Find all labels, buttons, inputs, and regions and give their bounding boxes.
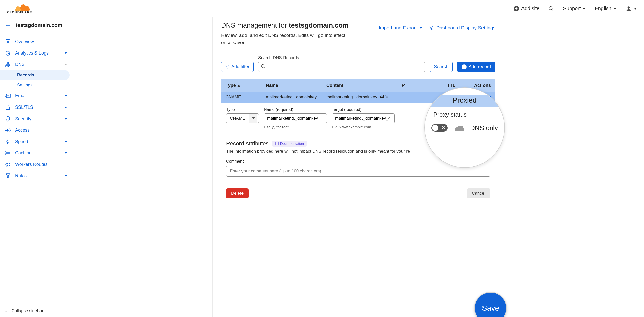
sidebar-item-rules[interactable]: Rules — [0, 170, 72, 181]
svg-point-3 — [628, 6, 630, 9]
divider — [226, 182, 490, 182]
chevron-down-icon — [65, 52, 67, 54]
target-field-label: Target (required) — [332, 107, 395, 112]
chevron-down-icon — [65, 141, 67, 143]
user-icon — [625, 5, 632, 12]
sidebar-label: Analytics & Logs — [15, 50, 49, 56]
sidebar-item-overview[interactable]: Overview — [0, 36, 72, 47]
sidebar-item-workers[interactable]: Workers Routes — [0, 159, 72, 170]
display-settings-link[interactable]: Dashboard Display Settings — [429, 25, 495, 31]
add-record-button[interactable]: + Add record — [457, 62, 495, 72]
sidebar-label: Email — [15, 93, 26, 98]
comment-input[interactable] — [226, 166, 490, 177]
sidebar-item-security[interactable]: Security — [0, 113, 72, 125]
target-input[interactable] — [332, 113, 395, 123]
sidebar-item-speed[interactable]: Speed — [0, 136, 72, 147]
pie-icon — [5, 51, 11, 56]
sidebar-item-access[interactable]: Access — [0, 125, 72, 136]
svg-line-26 — [264, 67, 265, 68]
import-export-dropdown[interactable]: Import and Export — [379, 25, 422, 31]
type-value: CNAME — [226, 116, 249, 121]
bolt-icon — [5, 139, 11, 144]
svg-rect-18 — [6, 151, 10, 152]
funnel-icon — [5, 173, 11, 178]
sidebar-label: DNS — [15, 62, 25, 67]
col-proxy[interactable]: P — [402, 83, 447, 88]
search-icon — [548, 6, 554, 11]
documentation-link[interactable]: Documentation — [272, 141, 307, 147]
proxy-status-callout: Proxied Proxy status ✕ DNS only — [424, 87, 505, 168]
chevron-double-left-icon: « — [5, 308, 7, 313]
sidebar-label: Rules — [15, 173, 27, 178]
cancel-button[interactable]: Cancel — [467, 188, 490, 198]
dns-only-label: DNS only — [470, 124, 498, 132]
toggle-knob — [432, 125, 438, 131]
account-dropdown[interactable] — [625, 5, 637, 12]
support-dropdown[interactable]: Support — [563, 6, 586, 11]
chevron-down-icon — [65, 118, 67, 120]
domain-title: testsgdomain.com — [16, 22, 62, 28]
sidebar-item-email[interactable]: Email — [0, 90, 72, 101]
proxy-toggle[interactable]: ✕ — [431, 124, 448, 132]
sidebar-label: Workers Routes — [15, 162, 48, 167]
import-export-label: Import and Export — [379, 25, 417, 31]
sidebar-item-analytics[interactable]: Analytics & Logs — [0, 47, 72, 59]
collapse-sidebar-button[interactable]: « Collapse sidebar — [0, 305, 72, 317]
col-type[interactable]: Type — [226, 83, 266, 88]
col-name[interactable]: Name — [266, 83, 326, 88]
col-actions: Actions — [472, 83, 491, 88]
add-filter-button[interactable]: Add filter — [221, 62, 254, 72]
svg-rect-12 — [7, 66, 9, 67]
filter-icon — [225, 65, 229, 69]
callout-subtitle: Proxy status — [433, 111, 467, 118]
search-button[interactable]: Search — [430, 62, 453, 72]
sidebar-label: Overview — [15, 39, 34, 44]
comment-label: Comment — [226, 159, 244, 163]
search-input[interactable] — [258, 62, 425, 72]
docs-label: Documentation — [280, 142, 304, 146]
language-label: English — [595, 6, 611, 11]
svg-point-25 — [261, 65, 264, 68]
language-dropdown[interactable]: English — [595, 6, 616, 11]
cloudflare-logo[interactable]: CLOUDFLARE — [7, 3, 40, 14]
topbar-search-button[interactable] — [548, 6, 554, 11]
type-select[interactable]: CNAME — [226, 113, 259, 123]
search-icon — [261, 64, 266, 69]
delete-button[interactable]: Delete — [226, 188, 249, 198]
type-field-label: Type — [226, 107, 259, 112]
sidebar-subitem-records[interactable]: Records — [0, 70, 70, 80]
record-attrs-title: Record Attributes — [226, 140, 269, 147]
x-icon: ✕ — [442, 125, 445, 130]
sidebar-item-dns[interactable]: DNS — [0, 59, 72, 70]
name-input[interactable] — [264, 113, 327, 123]
chevron-down-icon — [65, 152, 67, 154]
sidebar-subitem-settings[interactable]: Settings — [0, 80, 72, 90]
stack-icon — [5, 151, 11, 155]
collapse-label: Collapse sidebar — [11, 308, 43, 313]
chevron-up-icon — [65, 64, 67, 65]
add-site-button[interactable]: + Add site — [514, 6, 539, 11]
row-content: mailmarketing._domainkey_44fe.. — [326, 95, 402, 100]
display-settings-label: Dashboard Display Settings — [436, 25, 495, 31]
gear-icon — [429, 25, 434, 30]
dropdown-toggle[interactable] — [249, 114, 257, 123]
caret-down-icon — [419, 27, 422, 29]
svg-point-24 — [431, 27, 432, 29]
caret-down-icon — [583, 8, 586, 10]
col-content[interactable]: Content — [326, 83, 402, 88]
lock-icon — [5, 104, 11, 110]
back-arrow[interactable]: ← — [5, 22, 11, 29]
target-hint: E.g. www.example.com — [332, 125, 395, 129]
sort-asc-icon — [237, 85, 240, 87]
book-icon — [275, 142, 279, 145]
sidebar-label: Security — [15, 116, 31, 122]
cloud-icon — [453, 124, 465, 132]
save-button[interactable]: Save — [474, 292, 507, 317]
name-hint: Use @ for root — [264, 125, 327, 129]
sidebar-label: Caching — [15, 150, 32, 156]
sidebar-item-caching[interactable]: Caching — [0, 147, 72, 159]
sitemap-icon — [5, 62, 11, 67]
sidebar-item-ssl[interactable]: SSL/TLS — [0, 101, 72, 113]
add-filter-label: Add filter — [231, 64, 249, 69]
row-name: mailmarketing._domainkey — [266, 95, 326, 100]
